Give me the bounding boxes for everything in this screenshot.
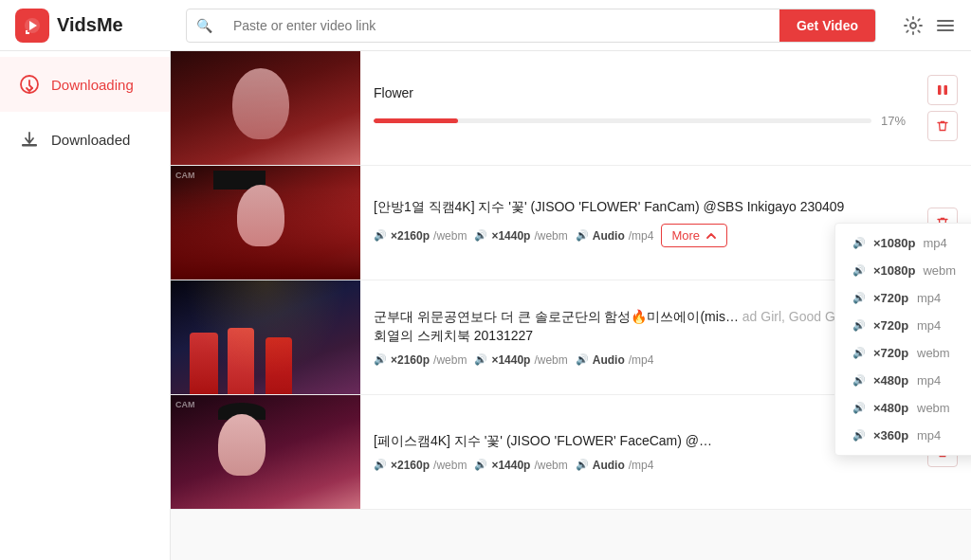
format-tag[interactable]: 🔊×2160p/webm xyxy=(374,459,467,472)
downloaded-icon xyxy=(19,129,40,150)
format-tag[interactable]: 🔊×2160p/webm xyxy=(374,229,467,243)
svg-point-1 xyxy=(910,23,916,28)
chevron-up-icon xyxy=(705,230,717,242)
sidebar-item-downloaded-label: Downloaded xyxy=(51,132,130,148)
format-tag[interactable]: 🔊Audio/mp4 xyxy=(576,229,654,243)
video-info: Flower 17% xyxy=(360,51,927,165)
svg-rect-8 xyxy=(944,85,948,95)
main-content: Flower 17% xyxy=(171,51,971,560)
search-icon: 🔍 xyxy=(187,18,222,33)
dropdown-item[interactable]: 🔊×360pmp4 xyxy=(835,422,971,449)
dropdown-item[interactable]: 🔊×480pwebm xyxy=(835,394,971,422)
video-thumbnail: CAM xyxy=(171,166,360,280)
settings-button[interactable] xyxy=(903,15,924,36)
format-tag[interactable]: 🔊×1440p/webm xyxy=(474,353,567,367)
trash-icon xyxy=(936,119,949,133)
sidebar-item-downloaded[interactable]: Downloaded xyxy=(0,112,170,167)
app-name: VidsMe xyxy=(57,14,123,36)
progress-percentage: 17% xyxy=(881,114,914,128)
video-thumbnail: CAM xyxy=(171,395,360,509)
progress-bar-fill xyxy=(374,118,458,123)
hamburger-icon xyxy=(935,15,956,36)
logo: VidsMe xyxy=(15,9,171,43)
svg-rect-7 xyxy=(938,85,942,95)
video-title: [안방1열 직캠4K] 지수 '꽃' (JISOO 'FLOWER' FanCa… xyxy=(374,198,914,217)
get-video-button[interactable]: Get Video xyxy=(779,9,875,43)
dropdown-item[interactable]: 🔊×480pmp4 xyxy=(835,367,971,394)
video-title: [페이스캠4K] 지수 '꽃' (JISOO 'FLOWER' FaceCam)… xyxy=(374,432,914,451)
progress-container: 17% xyxy=(374,110,914,132)
dropdown-item[interactable]: 🔊×1080pwebm xyxy=(835,257,971,284)
format-tag[interactable]: 🔊Audio/mp4 xyxy=(576,459,654,472)
pause-icon xyxy=(936,83,949,97)
sidebar: Downloading Downloaded xyxy=(0,0,171,560)
format-tag[interactable]: 🔊×2160p/webm xyxy=(374,353,467,367)
action-buttons xyxy=(927,51,971,165)
logo-icon xyxy=(15,9,49,43)
search-bar: 🔍 Get Video xyxy=(186,9,876,43)
format-tag[interactable]: 🔊×1440p/webm xyxy=(474,229,567,243)
dropdown-item[interactable]: 🔊×1080pmp4 xyxy=(835,229,971,257)
video-thumbnail xyxy=(171,280,360,394)
video-item: CAM [안방1열 직캠4K] 지수 '꽃' (JISOO 'FLOWER' F… xyxy=(171,166,971,280)
settings-icon xyxy=(903,15,924,36)
progress-bar-bg xyxy=(374,118,871,123)
format-tag[interactable]: 🔊Audio/mp4 xyxy=(576,353,654,367)
video-formats: 🔊×2160p/webm 🔊×1440p/webm 🔊Audio/mp4 Mor… xyxy=(374,224,914,247)
format-tag[interactable]: 🔊×1440p/webm xyxy=(474,459,567,472)
format-dropdown: 🔊×1080pmp4 🔊×1080pwebm 🔊×720pmp4 🔊×720pm… xyxy=(834,223,971,456)
more-button[interactable]: More xyxy=(661,224,727,247)
more-label: More xyxy=(671,228,700,243)
video-title: 군부대 위문공연보다 더 큰 솔로군단의 함성🔥미쓰에이(mis… ad Gir… xyxy=(374,308,914,345)
downloading-icon xyxy=(19,74,40,95)
dropdown-item[interactable]: 🔊×720pmp4 xyxy=(835,312,971,339)
svg-rect-6 xyxy=(22,144,37,147)
search-input[interactable] xyxy=(222,18,779,33)
dropdown-item[interactable]: 🔊×720pwebm xyxy=(835,339,971,367)
sidebar-item-downloading-label: Downloading xyxy=(51,77,134,93)
menu-button[interactable] xyxy=(935,15,956,36)
video-formats: 🔊×2160p/webm 🔊×1440p/webm 🔊Audio/mp4 xyxy=(374,353,914,367)
header-icons xyxy=(903,15,956,36)
video-title: Flower xyxy=(374,84,914,103)
dropdown-item[interactable]: 🔊×720pmp4 xyxy=(835,284,971,312)
header: VidsMe 🔍 Get Video xyxy=(0,0,971,51)
video-formats: 🔊×2160p/webm 🔊×1440p/webm 🔊Audio/mp4 xyxy=(374,459,914,472)
logo-svg xyxy=(23,16,42,35)
video-item: Flower 17% xyxy=(171,51,971,166)
pause-button[interactable] xyxy=(927,75,958,105)
video-thumbnail xyxy=(171,51,360,165)
delete-button[interactable] xyxy=(927,111,958,141)
sidebar-item-downloading[interactable]: Downloading xyxy=(0,57,170,112)
